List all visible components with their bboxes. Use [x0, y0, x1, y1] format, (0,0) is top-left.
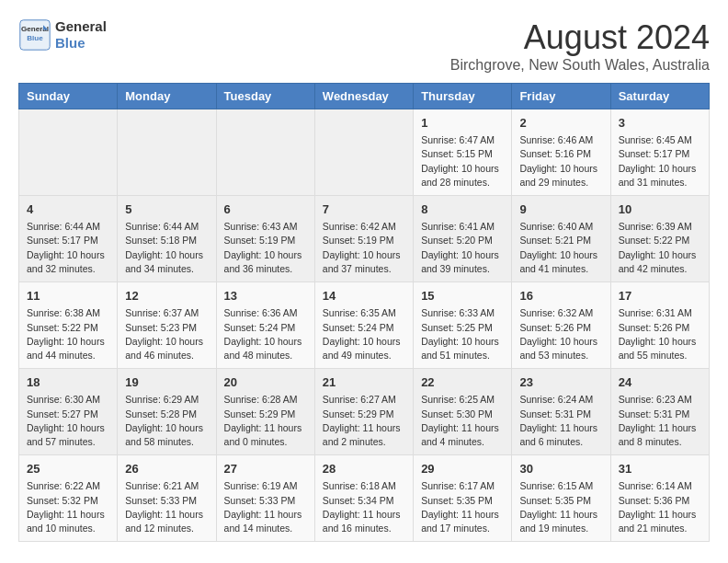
calendar-cell: 6Sunrise: 6:43 AMSunset: 5:19 PMDaylight… — [216, 196, 314, 282]
page-header: General Blue General Blue August 2024 Bi… — [18, 18, 710, 74]
day-number: 30 — [519, 461, 602, 477]
day-info: Sunrise: 6:37 AMSunset: 5:23 PMDaylight:… — [125, 306, 208, 362]
calendar-cell: 3Sunrise: 6:45 AMSunset: 5:17 PMDaylight… — [610, 109, 709, 196]
svg-text:Blue: Blue — [27, 34, 43, 42]
calendar-cell: 13Sunrise: 6:36 AMSunset: 5:24 PMDayligh… — [216, 282, 314, 369]
calendar-cell: 15Sunrise: 6:33 AMSunset: 5:25 PMDayligh… — [414, 282, 512, 369]
day-number: 18 — [27, 374, 109, 391]
day-number: 27 — [224, 461, 307, 477]
day-info: Sunrise: 6:21 AMSunset: 5:33 PMDaylight:… — [125, 479, 208, 535]
week-row-1: 1Sunrise: 6:47 AMSunset: 5:15 PMDaylight… — [19, 109, 710, 196]
title-section: August 2024 Birchgrove, New South Wales,… — [450, 18, 710, 74]
day-number: 17 — [619, 288, 701, 304]
day-info: Sunrise: 6:45 AMSunset: 5:17 PMDaylight:… — [619, 133, 701, 190]
calendar-cell: 28Sunrise: 6:18 AMSunset: 5:34 PMDayligh… — [314, 455, 413, 542]
weekday-header-monday: Monday — [118, 84, 216, 109]
day-number: 26 — [125, 461, 208, 477]
calendar-cell: 27Sunrise: 6:19 AMSunset: 5:33 PMDayligh… — [216, 455, 314, 542]
calendar-cell: 26Sunrise: 6:21 AMSunset: 5:33 PMDayligh… — [118, 455, 216, 542]
logo-icon: General Blue — [18, 18, 51, 52]
week-row-4: 18Sunrise: 6:30 AMSunset: 5:27 PMDayligh… — [19, 369, 710, 455]
calendar-cell: 11Sunrise: 6:38 AMSunset: 5:22 PMDayligh… — [19, 282, 118, 369]
calendar-cell: 8Sunrise: 6:41 AMSunset: 5:20 PMDaylight… — [414, 196, 512, 282]
day-number: 4 — [27, 201, 109, 218]
day-number: 21 — [323, 374, 405, 391]
weekday-header-thursday: Thursday — [414, 84, 512, 109]
calendar-cell: 17Sunrise: 6:31 AMSunset: 5:26 PMDayligh… — [610, 282, 709, 369]
day-number: 8 — [421, 201, 504, 218]
day-number: 25 — [27, 461, 109, 477]
calendar-table: SundayMondayTuesdayWednesdayThursdayFrid… — [18, 83, 710, 542]
day-number: 13 — [224, 288, 307, 304]
calendar-cell: 16Sunrise: 6:32 AMSunset: 5:26 PMDayligh… — [512, 282, 610, 369]
day-info: Sunrise: 6:33 AMSunset: 5:25 PMDaylight:… — [421, 306, 504, 362]
calendar-cell: 30Sunrise: 6:15 AMSunset: 5:35 PMDayligh… — [512, 455, 610, 542]
calendar-cell: 24Sunrise: 6:23 AMSunset: 5:31 PMDayligh… — [610, 369, 709, 455]
week-row-2: 4Sunrise: 6:44 AMSunset: 5:17 PMDaylight… — [19, 196, 710, 282]
day-info: Sunrise: 6:32 AMSunset: 5:26 PMDaylight:… — [519, 306, 602, 362]
calendar-cell: 10Sunrise: 6:39 AMSunset: 5:22 PMDayligh… — [610, 196, 709, 282]
day-info: Sunrise: 6:35 AMSunset: 5:24 PMDaylight:… — [323, 306, 405, 362]
calendar-cell: 21Sunrise: 6:27 AMSunset: 5:29 PMDayligh… — [314, 369, 413, 455]
day-number: 23 — [519, 374, 602, 391]
day-info: Sunrise: 6:14 AMSunset: 5:36 PMDaylight:… — [619, 479, 701, 535]
day-info: Sunrise: 6:25 AMSunset: 5:30 PMDaylight:… — [421, 393, 504, 449]
weekday-header-wednesday: Wednesday — [314, 84, 413, 109]
day-number: 12 — [125, 288, 208, 304]
day-info: Sunrise: 6:28 AMSunset: 5:29 PMDaylight:… — [224, 393, 307, 449]
day-number: 1 — [421, 115, 504, 132]
day-number: 22 — [421, 374, 504, 391]
day-info: Sunrise: 6:39 AMSunset: 5:22 PMDaylight:… — [619, 220, 701, 276]
calendar-cell — [314, 109, 413, 196]
calendar-cell: 29Sunrise: 6:17 AMSunset: 5:35 PMDayligh… — [414, 455, 512, 542]
day-info: Sunrise: 6:47 AMSunset: 5:15 PMDaylight:… — [421, 133, 504, 190]
day-info: Sunrise: 6:17 AMSunset: 5:35 PMDaylight:… — [421, 479, 504, 535]
day-number: 28 — [323, 461, 405, 477]
day-info: Sunrise: 6:18 AMSunset: 5:34 PMDaylight:… — [323, 479, 405, 535]
calendar-cell — [216, 109, 314, 196]
month-title: August 2024 — [450, 18, 710, 57]
day-number: 9 — [519, 201, 602, 218]
week-row-3: 11Sunrise: 6:38 AMSunset: 5:22 PMDayligh… — [19, 282, 710, 369]
day-info: Sunrise: 6:15 AMSunset: 5:35 PMDaylight:… — [519, 479, 602, 535]
calendar-cell: 1Sunrise: 6:47 AMSunset: 5:15 PMDaylight… — [414, 109, 512, 196]
week-row-5: 25Sunrise: 6:22 AMSunset: 5:32 PMDayligh… — [19, 455, 710, 542]
logo-general: General — [55, 18, 107, 35]
day-number: 24 — [619, 374, 701, 391]
day-info: Sunrise: 6:40 AMSunset: 5:21 PMDaylight:… — [519, 220, 602, 276]
day-info: Sunrise: 6:41 AMSunset: 5:20 PMDaylight:… — [421, 220, 504, 276]
calendar-cell: 14Sunrise: 6:35 AMSunset: 5:24 PMDayligh… — [314, 282, 413, 369]
day-info: Sunrise: 6:29 AMSunset: 5:28 PMDaylight:… — [125, 393, 208, 449]
calendar-cell: 22Sunrise: 6:25 AMSunset: 5:30 PMDayligh… — [414, 369, 512, 455]
calendar-cell — [118, 109, 216, 196]
calendar-cell: 9Sunrise: 6:40 AMSunset: 5:21 PMDaylight… — [512, 196, 610, 282]
day-number: 3 — [619, 115, 701, 132]
calendar-cell: 2Sunrise: 6:46 AMSunset: 5:16 PMDaylight… — [512, 109, 610, 196]
day-info: Sunrise: 6:30 AMSunset: 5:27 PMDaylight:… — [27, 393, 109, 449]
day-number: 15 — [421, 288, 504, 304]
day-number: 29 — [421, 461, 504, 477]
day-number: 5 — [125, 201, 208, 218]
day-number: 20 — [224, 374, 307, 391]
calendar-cell: 7Sunrise: 6:42 AMSunset: 5:19 PMDaylight… — [314, 196, 413, 282]
calendar-cell: 12Sunrise: 6:37 AMSunset: 5:23 PMDayligh… — [118, 282, 216, 369]
location-subtitle: Birchgrove, New South Wales, Australia — [450, 57, 710, 74]
weekday-header-tuesday: Tuesday — [216, 84, 314, 109]
day-number: 14 — [323, 288, 405, 304]
calendar-cell: 19Sunrise: 6:29 AMSunset: 5:28 PMDayligh… — [118, 369, 216, 455]
calendar-cell: 4Sunrise: 6:44 AMSunset: 5:17 PMDaylight… — [19, 196, 118, 282]
weekday-header-friday: Friday — [512, 84, 610, 109]
day-info: Sunrise: 6:23 AMSunset: 5:31 PMDaylight:… — [619, 393, 701, 449]
day-info: Sunrise: 6:42 AMSunset: 5:19 PMDaylight:… — [323, 220, 405, 276]
day-number: 7 — [323, 201, 405, 218]
day-info: Sunrise: 6:46 AMSunset: 5:16 PMDaylight:… — [519, 133, 602, 190]
calendar-cell: 20Sunrise: 6:28 AMSunset: 5:29 PMDayligh… — [216, 369, 314, 455]
calendar-cell: 25Sunrise: 6:22 AMSunset: 5:32 PMDayligh… — [19, 455, 118, 542]
calendar-cell: 31Sunrise: 6:14 AMSunset: 5:36 PMDayligh… — [610, 455, 709, 542]
logo: General Blue General Blue — [18, 18, 107, 52]
day-info: Sunrise: 6:24 AMSunset: 5:31 PMDaylight:… — [519, 393, 602, 449]
day-number: 31 — [619, 461, 701, 477]
day-number: 6 — [224, 201, 307, 218]
weekday-header-sunday: Sunday — [19, 84, 118, 109]
calendar-cell: 23Sunrise: 6:24 AMSunset: 5:31 PMDayligh… — [512, 369, 610, 455]
